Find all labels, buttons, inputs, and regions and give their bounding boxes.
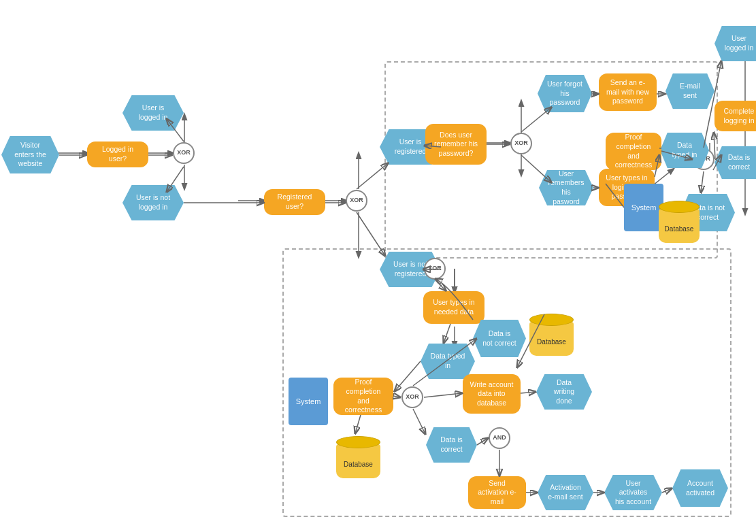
data-writing-done-node: Data writing done (536, 374, 592, 410)
email-sent-node: E-mail sent (665, 73, 714, 109)
diagram: Visitor enters the website Logged in use… (0, 0, 756, 532)
system-top-node: System (624, 184, 663, 231)
user-types-needed-node: User types in needed data (423, 291, 484, 324)
database-bottom-top-node: Database (529, 312, 574, 359)
logged-in-user-node: Logged in user? (87, 142, 148, 167)
database-top-node: Database (659, 199, 700, 243)
send-activation-node: Send activation e-mail (468, 476, 526, 509)
account-activated-node: Account activated (672, 469, 728, 507)
registered-user-node: Registered user? (264, 189, 325, 215)
data-correct-bottom-node: Data is correct (426, 427, 477, 463)
user-activates-node: User activates his account (604, 475, 662, 510)
xor2-node: XOR (346, 190, 367, 212)
xor4-node: XOR (510, 133, 532, 154)
database-bottom-node: Database (336, 434, 380, 482)
user-remembers-node: User remembers his pasword (539, 170, 593, 205)
user-is-logged-in-node: User is logged in (122, 95, 184, 131)
user-not-logged-in-node: User is not logged in (122, 185, 184, 220)
does-user-remember-node: Does user remember his password? (425, 124, 487, 165)
xor3-node: XOR (424, 258, 446, 280)
svg-line-33 (357, 163, 388, 189)
proof-top-node: Proof completion and correctness (606, 133, 661, 170)
proof-bottom-node: Proof completion and correctness (333, 378, 393, 415)
complete-logging-node: Complete logging in (714, 101, 756, 131)
and-node: AND (489, 427, 510, 449)
xor6-node: XOR (401, 386, 423, 408)
data-not-correct-bottom-node: Data is not correct (473, 320, 526, 357)
system-bottom-node: System (289, 378, 328, 425)
data-typed-bottom-node: Data typed in (421, 344, 475, 379)
write-account-node: Write account data into database (463, 374, 521, 414)
activation-sent-node: Activation e-mail sent (538, 475, 593, 510)
user-forgot-node: User forgot his password (538, 75, 592, 112)
visitor-node: Visitor enters the website (1, 136, 59, 173)
data-correct-top-node: Data is correct (714, 146, 756, 179)
data-typed-top-node: Data typed in (660, 133, 709, 168)
xor1-node: XOR (173, 142, 195, 164)
user-logged-in-node: User logged in (714, 26, 756, 61)
send-email-node: Send an e-mail with new password (599, 73, 657, 111)
